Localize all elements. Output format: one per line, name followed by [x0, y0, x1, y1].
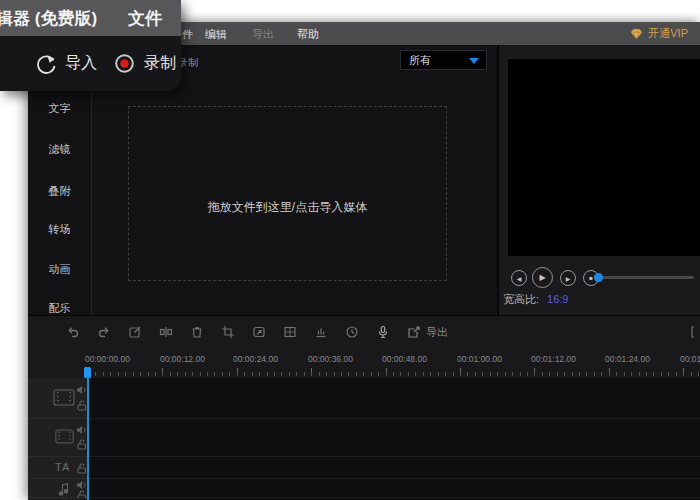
menu-edit[interactable]: 编辑 [205, 27, 227, 42]
duration-icon[interactable] [345, 325, 359, 339]
next-frame-button[interactable]: ▶ [560, 270, 576, 286]
ruler-label: 00:00:36.00 [308, 354, 353, 364]
track-header-video-1 [28, 378, 88, 419]
ruler-minor-ticks [88, 372, 700, 376]
track-header-video-2 [28, 419, 88, 457]
ruler-label: 00:01:00.00 [457, 354, 502, 364]
sidebar-item-music[interactable]: 配乐 [28, 301, 91, 316]
seek-slider[interactable] [598, 276, 694, 279]
undo-icon[interactable] [66, 325, 80, 339]
title-menu-overlay: 辑器 (免费版) 文件 导入 录制 [0, 0, 181, 91]
track-lane-video-2[interactable] [88, 419, 700, 457]
ruler-label: 00:01:12.00 [531, 354, 576, 364]
speaker-icon[interactable] [76, 480, 87, 490]
import-icon [35, 53, 56, 74]
play-button[interactable]: ▶ [532, 267, 553, 288]
track-list: TA [28, 378, 700, 500]
track-header-text: TA [28, 457, 88, 479]
film-icon [55, 429, 74, 444]
track-video-2 [28, 419, 700, 457]
overlay-menu-file[interactable]: 文件 [128, 7, 162, 30]
media-filter-value: 所有 [409, 53, 431, 68]
aspect-ratio-value[interactable]: 16:9 [547, 293, 568, 305]
vip-label: 开通VIP [648, 26, 688, 41]
video-preview [508, 59, 700, 256]
volume-levels-icon[interactable] [314, 325, 328, 339]
record-label: 录制 [144, 53, 176, 74]
film-icon [53, 389, 75, 406]
dropzone-hint: 拖放文件到这里/点击导入媒体 [208, 199, 367, 216]
track-lane-video-1[interactable] [88, 378, 700, 419]
menu-help[interactable]: 帮助 [297, 27, 319, 42]
ruler-label: 00:01:36.00 [680, 354, 700, 364]
playhead-line [87, 376, 89, 500]
split-icon[interactable] [159, 325, 173, 339]
app-window: 文件 编辑 导出 帮助 开通VIP 文字 滤镜 叠附 转场 动画 配乐 录制 所… [28, 22, 700, 500]
speaker-icon[interactable] [76, 425, 87, 435]
sidebar-item-overlays[interactable]: 叠附 [28, 184, 91, 199]
music-note-icon [58, 482, 70, 496]
track-music [28, 479, 700, 498]
ruler-label: 00:00:00.00 [85, 354, 130, 364]
menu-export[interactable]: 导出 [252, 27, 274, 42]
app-title: 辑器 (免费版) [0, 7, 97, 30]
chevron-down-icon [469, 58, 479, 64]
ruler-label: 00:00:12.00 [160, 354, 205, 364]
sidebar-item-filters[interactable]: 滤镜 [28, 142, 91, 157]
edit-icon[interactable] [128, 325, 142, 339]
import-label: 导入 [65, 53, 97, 74]
record-icon [114, 53, 135, 74]
lock-icon[interactable] [77, 463, 87, 474]
microphone-icon[interactable] [376, 325, 390, 339]
redo-icon[interactable] [97, 325, 111, 339]
crop-icon[interactable] [221, 325, 235, 339]
timeline-ruler[interactable]: 00:00:00.00 00:00:12.00 00:00:24.00 00:0… [28, 348, 700, 378]
preview-panel: ◀ ▶ ▶ ■ 宽高比:16:9 [499, 45, 700, 315]
import-dropzone[interactable]: 拖放文件到这里/点击导入媒体 [128, 106, 447, 281]
tab-record[interactable]: 录制 [178, 56, 198, 70]
export-button[interactable]: 导出 [407, 325, 448, 340]
overlay-actions: 导入 录制 [0, 36, 181, 91]
delete-icon[interactable] [190, 325, 204, 339]
sidebar-item-transitions[interactable]: 转场 [28, 222, 91, 237]
track-lane-text[interactable] [88, 457, 700, 479]
timeline-fit-icon[interactable] [690, 325, 700, 339]
speaker-icon[interactable] [76, 385, 87, 395]
track-text: TA [28, 457, 700, 479]
sidebar-item-text[interactable]: 文字 [28, 101, 91, 116]
ruler-label: 00:01:24.00 [605, 354, 650, 364]
vip-diamond-icon [630, 28, 643, 40]
timeline-toolbar: 导出 [28, 316, 700, 348]
track-lane-music[interactable] [88, 479, 700, 498]
seek-slider-handle[interactable] [594, 273, 603, 282]
ruler-label: 00:00:24.00 [233, 354, 278, 364]
overlay-title-bar: 辑器 (免费版) 文件 [0, 0, 181, 36]
previous-frame-button[interactable]: ◀ [511, 270, 527, 286]
upgrade-vip-button[interactable]: 开通VIP [630, 22, 688, 45]
track-header-music [28, 479, 88, 498]
mosaic-icon[interactable] [283, 325, 297, 339]
timeline-section: 导出 00:00:00.00 00:00:12.00 00:00:24.00 0… [28, 315, 700, 500]
export-label: 导出 [426, 325, 448, 340]
zoom-canvas-icon[interactable] [252, 325, 266, 339]
ruler-label: 00:00:48.00 [382, 354, 427, 364]
lock-icon[interactable] [77, 439, 87, 450]
track-video-1 [28, 378, 700, 419]
import-button[interactable]: 导入 [35, 53, 97, 74]
record-button[interactable]: 录制 [114, 53, 176, 74]
media-filter-dropdown[interactable]: 所有 [400, 50, 487, 70]
text-track-icon: TA [55, 461, 70, 473]
export-icon [407, 325, 421, 339]
sidebar-item-animation[interactable]: 动画 [28, 262, 91, 277]
aspect-ratio-label: 宽高比: [503, 293, 539, 305]
lock-icon[interactable] [77, 400, 87, 411]
